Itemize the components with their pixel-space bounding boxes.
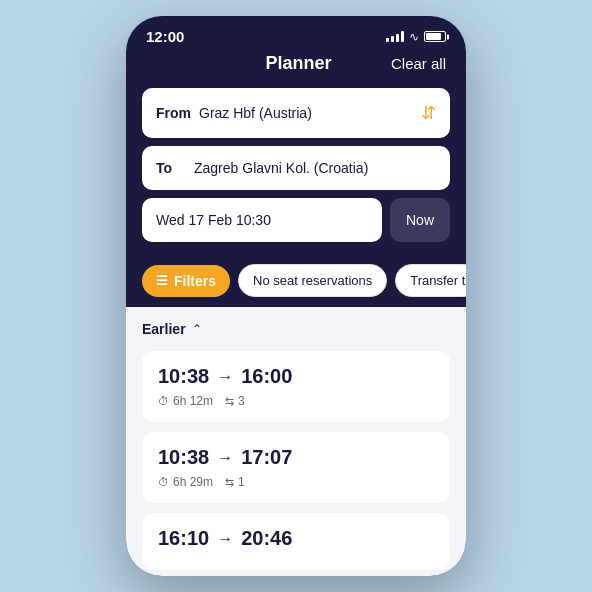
- transfers-item: ⇆ 3: [225, 394, 245, 408]
- results-area: Earlier ⌃ 10:38 → 16:00 ⏱ 6h 12m ⇆ 3: [126, 307, 466, 576]
- duration-item: ⏱ 6h 12m: [158, 394, 213, 408]
- form-area: From Graz Hbf (Austria) ⇵ To Zagreb Glav…: [126, 88, 466, 254]
- journey-times: 10:38 → 17:07: [158, 446, 434, 469]
- swap-icon[interactable]: ⇵: [421, 102, 436, 124]
- journey-times: 10:38 → 16:00: [158, 365, 434, 388]
- status-time: 12:00: [146, 28, 184, 45]
- wifi-icon: ∿: [409, 30, 419, 44]
- journey-card[interactable]: 16:10 → 20:46: [142, 513, 450, 570]
- no-seat-reservations-chip[interactable]: No seat reservations: [238, 264, 387, 297]
- phone-frame: 12:00 ∿ Planner Clear all From Graz Hbf …: [126, 16, 466, 576]
- earlier-row: Earlier ⌃: [142, 321, 450, 337]
- from-label: From: [156, 105, 191, 121]
- transfers-item: ⇆ 1: [225, 475, 245, 489]
- header: Planner Clear all: [126, 49, 466, 88]
- journey-times: 16:10 → 20:46: [158, 527, 434, 550]
- signal-icon: [386, 31, 404, 42]
- to-label: To: [156, 160, 186, 176]
- arrow-icon: →: [217, 449, 233, 467]
- journey-meta: ⏱ 6h 29m ⇆ 1: [158, 475, 434, 489]
- journey-card[interactable]: 10:38 → 16:00 ⏱ 6h 12m ⇆ 3: [142, 351, 450, 422]
- transfer-icon: ⇆: [225, 395, 234, 408]
- now-button[interactable]: Now: [390, 198, 450, 242]
- transfer-chip[interactable]: Transfer t: [395, 264, 466, 297]
- depart-row: Wed 17 Feb 10:30 Now: [142, 198, 450, 242]
- depart-field[interactable]: Wed 17 Feb 10:30: [142, 198, 382, 242]
- transfer-icon: ⇆: [225, 476, 234, 489]
- journey-meta: ⏱ 6h 12m ⇆ 3: [158, 394, 434, 408]
- chevron-up-icon: ⌃: [192, 322, 202, 336]
- page-title: Planner: [265, 53, 331, 74]
- earlier-button[interactable]: Earlier: [142, 321, 186, 337]
- battery-icon: [424, 31, 446, 42]
- status-icons: ∿: [386, 30, 446, 44]
- journey-card[interactable]: 10:38 → 17:07 ⏱ 6h 29m ⇆ 1: [142, 432, 450, 503]
- from-value: Graz Hbf (Austria): [199, 105, 413, 121]
- filters-button[interactable]: ☰ Filters: [142, 265, 230, 297]
- duration-item: ⏱ 6h 29m: [158, 475, 213, 489]
- arrow-icon: →: [217, 368, 233, 386]
- clear-all-button[interactable]: Clear all: [391, 55, 446, 72]
- depart-label: Wed 17 Feb 10:30: [156, 212, 271, 228]
- status-bar: 12:00 ∿: [126, 16, 466, 49]
- arrow-icon: →: [217, 530, 233, 548]
- filter-bar: ☰ Filters No seat reservations Transfer …: [126, 254, 466, 307]
- clock-icon: ⏱: [158, 476, 169, 488]
- to-field[interactable]: To Zagreb Glavni Kol. (Croatia): [142, 146, 450, 190]
- to-value: Zagreb Glavni Kol. (Croatia): [194, 160, 436, 176]
- sliders-icon: ☰: [156, 273, 168, 288]
- clock-icon: ⏱: [158, 395, 169, 407]
- from-field[interactable]: From Graz Hbf (Austria) ⇵: [142, 88, 450, 138]
